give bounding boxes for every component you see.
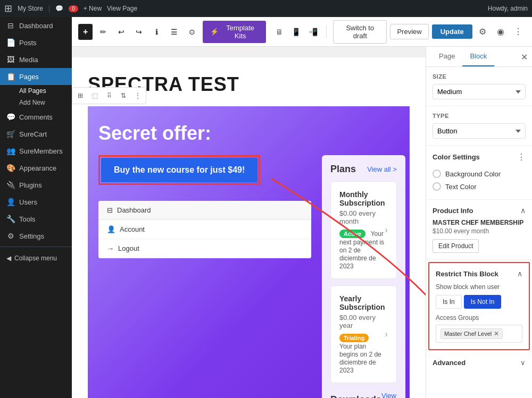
panel-tab-page[interactable]: Page (431, 47, 462, 66)
member-menu-logout[interactable]: → Logout (98, 239, 311, 258)
plan-card-yearly[interactable]: Yearly Subscription $0.00 every year Tri… (330, 285, 397, 383)
preview-button[interactable]: Preview (390, 24, 428, 39)
sidebar: ⊟ Dashboard 📄 Posts 🖼 Media 📋 Pages All … (0, 17, 72, 398)
sidebar-item-pages[interactable]: 📋 Pages (0, 68, 72, 85)
left-column: Buy the new course for just $49! ⊟ Dashb… (98, 155, 311, 258)
plan-card-monthly[interactable]: Monthly Subscription $0.00 every month A… (330, 181, 397, 279)
sidebar-item-label: Settings (19, 232, 44, 240)
more-options-button[interactable]: ⋮ (511, 24, 526, 40)
account-circle-button[interactable]: ◉ (493, 24, 508, 40)
sidebar-item-label: SureMembers (19, 147, 63, 155)
block-drag-handle[interactable]: ⠿ (102, 89, 116, 103)
info-button[interactable]: ℹ (149, 24, 164, 40)
block-type-button[interactable]: ⊞ (73, 89, 87, 103)
admin-bar-new[interactable]: + New (84, 5, 102, 12)
access-groups-input[interactable]: Master Chef Level ✕ (436, 325, 522, 343)
admin-bar-view-page[interactable]: View Page (107, 5, 137, 12)
sidebar-item-plugins[interactable]: 🔌 Plugins (0, 176, 72, 193)
main-content: SPECTRA TEST ⊞ ⬚ ⠿ ⇅ ⋮ Secret offer: Buy… (72, 47, 426, 398)
sidebar-item-comments[interactable]: 💬 Comments (0, 108, 72, 125)
downloads-view-all[interactable]: View all > (381, 392, 397, 398)
sidebar-item-appearance[interactable]: 🎨 Appearance (0, 159, 72, 176)
size-select[interactable]: Medium (433, 84, 526, 99)
desktop-view-button[interactable]: 🖥 (272, 24, 286, 39)
logout-label: Logout (118, 244, 139, 252)
text-color-dot[interactable] (433, 182, 441, 191)
undo-button[interactable]: ↩ (114, 24, 128, 40)
access-tag-label: Master Chef Level (444, 331, 492, 337)
member-card-header: ⊟ Dashboard (98, 201, 311, 220)
panel-tabs: Page Block ✕ (426, 47, 532, 67)
color-settings-menu-icon[interactable]: ⋮ (517, 152, 526, 162)
restrict-block-section: Restrict This Block ∧ Show block when us… (428, 262, 530, 350)
is-not-in-toggle[interactable]: Is Not In (464, 295, 502, 309)
admin-bar-comments-icon[interactable]: 💬 (55, 5, 63, 12)
tools-button[interactable]: ✏ (96, 24, 110, 40)
member-card: ⊟ Dashboard 👤 Account → Logout (98, 201, 311, 258)
sidebar-item-users[interactable]: 👤 Users (0, 193, 72, 210)
background-color-row: Background Color (433, 167, 526, 180)
right-column: Plans View all > Monthly Subscription $0… (322, 155, 405, 398)
sidebar-item-settings[interactable]: ⚙ Settings (0, 227, 72, 244)
member-dashboard-label[interactable]: Dashboard (117, 206, 151, 214)
list-view-button[interactable]: ☰ (167, 24, 181, 40)
redo-button[interactable]: ↪ (131, 24, 146, 40)
sidebar-item-posts[interactable]: 📄 Posts (0, 34, 72, 51)
is-in-toggle[interactable]: Is In (436, 295, 462, 309)
wp-logo-icon[interactable]: ⊞ (4, 3, 12, 14)
add-block-button[interactable]: + (78, 24, 93, 40)
color-settings-section: Color Settings ⋮ Background Color Text C… (426, 146, 532, 200)
admin-bar: ⊞ My Store | 💬 0 + New View Page Howdy, … (0, 0, 532, 17)
sidebar-item-tools[interactable]: 🔧 Tools (0, 210, 72, 227)
template-kits-icon: ⚡ (210, 28, 219, 36)
plans-title: Plans (330, 164, 356, 175)
downloads-header: Downloads View all > (330, 392, 397, 398)
media-icon: 🖼 (6, 55, 15, 64)
suremembers-icon: 👥 (6, 147, 15, 155)
admin-bar-store[interactable]: My Store (18, 5, 43, 12)
sidebar-item-dashboard[interactable]: ⊟ Dashboard (0, 17, 72, 34)
sidebar-item-media[interactable]: 🖼 Media (0, 51, 72, 68)
block-move-left-button[interactable]: ⬚ (88, 89, 102, 103)
settings-gear-button[interactable]: ⚙ (476, 24, 490, 40)
background-color-dot[interactable] (433, 170, 441, 178)
sidebar-item-suremembers[interactable]: 👥 SureMembers (0, 142, 72, 159)
plans-view-all[interactable]: View all > (367, 165, 397, 173)
plan-price-yearly: $0.00 every year (339, 314, 385, 329)
mobile-view-button[interactable]: 📲 (306, 24, 320, 39)
collapse-label: Collapse menu (14, 255, 57, 262)
block-inner: Buy the new course for just $49! ⊟ Dashb… (98, 155, 399, 398)
access-tag-remove[interactable]: ✕ (494, 330, 499, 337)
switch-to-draft-button[interactable]: Switch to draft (333, 20, 387, 44)
member-menu-account[interactable]: 👤 Account (98, 220, 311, 239)
sidebar-sub-add-new[interactable]: Add New (0, 97, 72, 108)
access-tag-master-chef: Master Chef Level ✕ (440, 328, 503, 339)
color-settings-header: Color Settings ⋮ (433, 152, 526, 162)
template-kits-label: Template Kits (222, 24, 259, 40)
plan-name-monthly: Monthly Subscription (339, 190, 385, 207)
panel-tab-block[interactable]: Block (462, 47, 494, 66)
update-button[interactable]: Update (432, 24, 472, 39)
sidebar-item-label: Users (19, 198, 37, 206)
restrict-block-toggle[interactable]: ∧ (517, 269, 522, 278)
advanced-toggle[interactable]: ∨ (520, 359, 526, 367)
product-info-section: Product Info ∧ MASTER CHEF MEMBERSHIP $1… (426, 200, 532, 260)
comments-count: 0 (69, 5, 78, 12)
edit-product-button[interactable]: Edit Product (433, 239, 479, 253)
type-select[interactable]: Button (433, 123, 526, 139)
panel-close-button[interactable]: ✕ (521, 52, 528, 62)
block-toolbar: ⊞ ⬚ ⠿ ⇅ ⋮ (72, 87, 146, 104)
block-options-button[interactable]: ⊙ (185, 24, 200, 40)
collapse-menu-button[interactable]: ◀ Collapse menu (0, 249, 72, 267)
sidebar-item-surecart[interactable]: 🛒 SureCart (0, 125, 72, 142)
restrict-block-title: Restrict This Block (436, 270, 498, 278)
sidebar-sub-all-pages[interactable]: All Pages (0, 85, 72, 97)
access-groups-label: Access Groups (436, 314, 522, 321)
block-move-up-button[interactable]: ⇅ (117, 89, 130, 103)
product-info-toggle[interactable]: ∧ (520, 206, 526, 215)
template-kits-button[interactable]: ⚡ Template Kits (203, 21, 266, 43)
cta-button[interactable]: Buy the new course for just $49! (101, 158, 257, 182)
block-more-options[interactable]: ⋮ (131, 89, 145, 103)
plan-status-row-yearly: Trialing Your plan begins on 2 de diciem… (339, 334, 385, 374)
tablet-view-button[interactable]: 📱 (289, 24, 303, 39)
